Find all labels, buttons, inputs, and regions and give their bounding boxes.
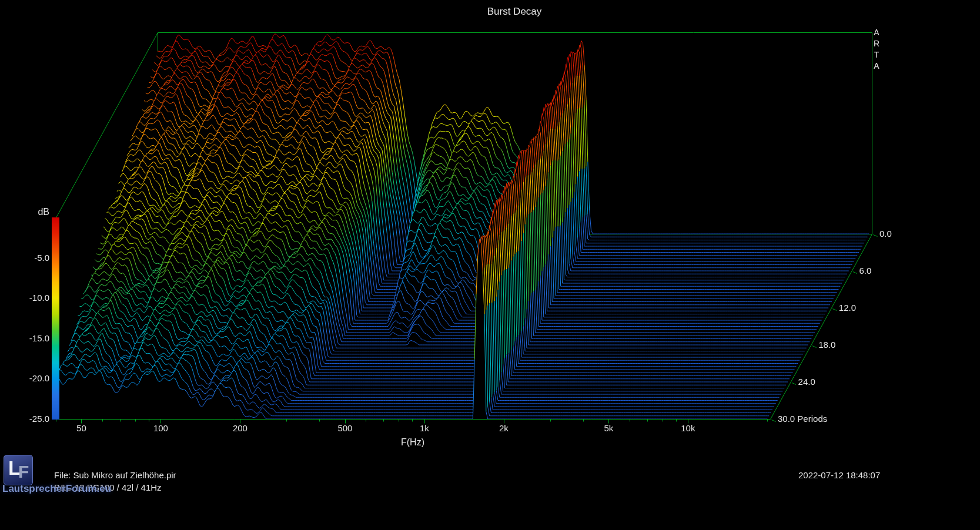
lf-logo: L F xyxy=(4,455,33,485)
freq-tick-label: 10k xyxy=(671,423,704,433)
freq-tick-label: 200 xyxy=(223,423,256,433)
db-tick-label: -15.0 xyxy=(12,333,49,343)
waterfall-plot-canvas[interactable] xyxy=(0,0,980,530)
freq-tick-label: 1k xyxy=(408,423,441,433)
arta-burst-decay-window: 501002005001k2k5k10k-5.0-10.0-15.0-20.0-… xyxy=(0,0,980,530)
period-tick-label: 30.0 Periods xyxy=(778,414,827,424)
freq-tick-label: 50 xyxy=(65,423,98,433)
period-tick-label: 12.0 xyxy=(839,303,856,313)
freq-tick-label: 500 xyxy=(329,423,362,433)
watermark-text: LautsprecherForum.eu xyxy=(2,483,111,495)
period-tick-label: 0.0 xyxy=(879,229,892,239)
db-axis-title: dB xyxy=(20,207,49,217)
freq-tick-label: 2k xyxy=(487,423,520,433)
datetime-text: 2022-07-12 18:48:07 xyxy=(798,470,880,480)
db-tick-label: -5.0 xyxy=(12,253,49,263)
db-tick-label: -25.0 xyxy=(12,414,49,424)
arta-vertical-label: A R T A xyxy=(872,27,881,72)
freq-axis-title: F(Hz) xyxy=(376,437,449,448)
freq-tick-label: 5k xyxy=(592,423,625,433)
db-tick-label: -20.0 xyxy=(12,373,49,383)
chart-title: Burst Decay xyxy=(409,6,620,18)
db-tick-label: -10.0 xyxy=(12,293,49,303)
period-tick-label: 6.0 xyxy=(859,266,871,276)
file-name-text: File: Sub Mikro auf Zielhöhe.pir xyxy=(54,470,176,480)
period-tick-label: 24.0 xyxy=(798,377,815,387)
period-tick-label: 18.0 xyxy=(818,340,835,350)
lf-logo-letter-f: F xyxy=(18,462,29,482)
freq-tick-label: 100 xyxy=(144,423,177,433)
